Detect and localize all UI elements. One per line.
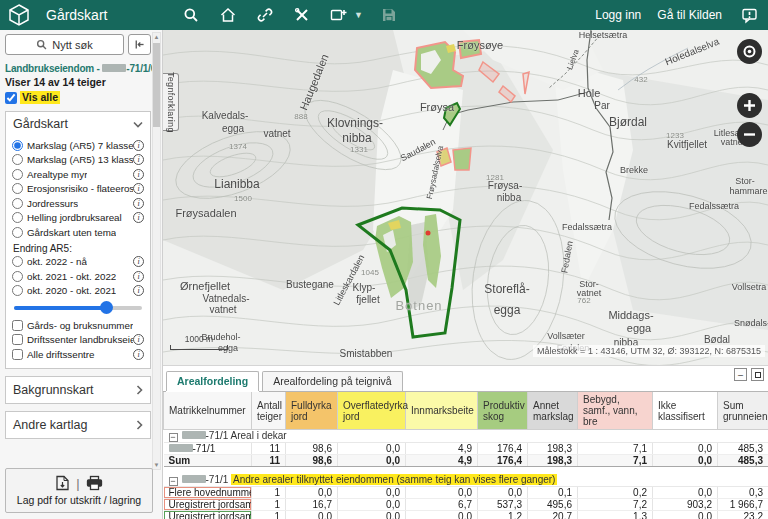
group-header-row[interactable]: −-71/1 Areal i dekar (164, 430, 768, 443)
value-cell: 0,0 (338, 455, 406, 467)
app-title: Gårdskart (46, 7, 107, 23)
sidebar-scrollbar[interactable]: ▲ ▼ (152, 32, 161, 470)
value-cell: 0,0 (338, 486, 406, 498)
layer-option-row: Alle driftssentrei (12, 347, 144, 362)
theme-option-label: Erosjonsrisiko - flateerosjon (27, 183, 133, 194)
endring-option-radio[interactable] (12, 271, 23, 282)
save-icon[interactable] (378, 4, 400, 26)
bakgrunnskart-header[interactable]: Bakgrunnskart (6, 377, 150, 403)
info-icon[interactable]: i (133, 349, 144, 360)
group-header-row[interactable]: −-71/1 Andre arealer tilknyttet eiendomm… (164, 474, 768, 487)
value-cell: 495,6 (528, 498, 578, 510)
theme-option-radio[interactable] (12, 169, 23, 180)
layer-option-checkbox[interactable] (12, 334, 23, 345)
printer-icon (86, 475, 103, 491)
tools-icon[interactable] (291, 4, 313, 26)
theme-option-label: Markslag (AR5) 13 klasser (27, 154, 133, 165)
ar5-year-slider[interactable] (14, 301, 142, 314)
login-link[interactable]: Logg inn (595, 8, 641, 22)
row-label-cell: Uregistrert jordsameie (164, 510, 252, 519)
zoom-in-button[interactable] (737, 93, 762, 118)
info-icon[interactable]: i (133, 256, 144, 267)
gardskart-panel-header[interactable]: Gårdskart (6, 112, 150, 136)
top-bar: Gårdskart ▼ Logg inn Gå til Kilden (0, 0, 768, 30)
home-icon[interactable] (217, 4, 239, 26)
tab-arealfordeling[interactable]: Arealfordeling (166, 371, 259, 391)
layer-option-checkbox[interactable] (12, 320, 23, 331)
column-header: Fulldyrka jord (286, 392, 338, 430)
endring-option-row: okt. 2020 - okt. 2021i (12, 284, 144, 299)
theme-option-radio[interactable] (12, 227, 23, 238)
value-cell: 0,0 (286, 486, 338, 498)
theme-option-radio[interactable] (12, 183, 23, 194)
scroll-up-icon[interactable]: ▲ (153, 33, 160, 41)
info-icon[interactable]: i (133, 183, 144, 194)
collapse-icon[interactable]: − (169, 433, 178, 442)
sum-row: Sum1198,60,04,9176,4198,37,10,0485,3 (164, 455, 768, 467)
new-search-button[interactable]: Nytt søk (5, 34, 124, 55)
info-icon[interactable]: i (133, 154, 144, 165)
info-icon[interactable]: i (133, 169, 144, 180)
vis-alle-checkbox[interactable] (5, 92, 17, 104)
layer-option-checkbox[interactable] (12, 349, 23, 360)
value-cell: 11 (252, 455, 286, 467)
info-icon[interactable]: i (133, 334, 144, 345)
property-id: Landbrukseiendom - -71/1/0 (5, 62, 151, 75)
search-icon[interactable] (180, 4, 202, 26)
minimize-panel-button[interactable]: – (734, 368, 747, 381)
scrollbar-thumb[interactable] (153, 43, 160, 127)
table-row: Uregistrert jordsameie10,00,00,01,220,71… (164, 510, 768, 519)
value-cell: 0,0 (406, 510, 478, 519)
row-label-cell: Uregistrert jordsameie (164, 498, 252, 510)
table-row: -71/11198,60,04,9176,4198,37,10,0485,3 (164, 443, 768, 455)
value-cell: 1 (252, 486, 286, 498)
collapse-sidebar-button[interactable] (128, 34, 151, 55)
info-icon[interactable]: i (133, 198, 144, 209)
theme-option-row: Gårdskart uten tema (12, 225, 144, 240)
redacted-number (182, 431, 206, 439)
scroll-down-icon[interactable]: ▼ (153, 461, 160, 469)
layer-option-label: Alle driftssentre (27, 349, 95, 360)
value-cell: 485,3 (718, 443, 768, 455)
column-header: Produktiv skog (478, 392, 528, 430)
map-scalebar: 1000 m (170, 334, 228, 350)
slider-thumb[interactable] (100, 301, 113, 314)
theme-option-radio[interactable] (12, 198, 23, 209)
zoom-out-button[interactable] (737, 122, 762, 147)
add-window-caret-icon[interactable]: ▼ (354, 10, 363, 20)
theme-option-radio[interactable] (12, 140, 23, 151)
endring-option-row: okt. 2022 - nåi (12, 255, 144, 270)
endring-option-radio[interactable] (12, 285, 23, 296)
tab-arealfordeling-teignivaa[interactable]: Arealfordeling på teignivå (262, 371, 403, 391)
layer-option-label: Driftssenter landbrukseiendom (27, 334, 133, 345)
endring-option: okt. 2021 - okt. 2022 (12, 271, 116, 282)
column-header: Bebygd, samf., vann, bre (578, 392, 653, 430)
collapse-icon[interactable]: − (169, 477, 178, 486)
theme-option-radio[interactable] (12, 212, 23, 223)
feedback-icon[interactable] (738, 4, 760, 26)
maximize-icon (755, 372, 761, 378)
value-cell: 0,0 (653, 443, 718, 455)
legend-tab[interactable]: Tegnforklaring (163, 73, 179, 131)
link-icon[interactable] (254, 4, 276, 26)
andre-kartlag-header[interactable]: Andre kartlag (6, 412, 150, 438)
value-cell: 0,0 (286, 510, 338, 519)
locate-button[interactable] (737, 39, 762, 64)
create-pdf-button[interactable]: | Lag pdf for utskrift / lagring (5, 468, 153, 513)
info-icon[interactable]: i (133, 212, 144, 223)
kilden-link[interactable]: Gå til Kilden (657, 8, 722, 22)
theme-option: Arealtype myr (12, 169, 87, 180)
sum-label-cell: Sum (164, 455, 252, 467)
theme-option: Markslag (AR5) 7 klasser (12, 140, 133, 151)
nibio-logo-icon[interactable] (8, 4, 30, 30)
info-icon[interactable]: i (133, 271, 144, 282)
theme-option-radio[interactable] (12, 154, 23, 165)
info-icon[interactable]: i (133, 140, 144, 151)
theme-option-row: Markslag (AR5) 7 klasseri (12, 138, 144, 153)
value-cell: 0,1 (528, 486, 578, 498)
add-window-icon[interactable] (328, 4, 350, 26)
info-icon[interactable]: i (133, 285, 144, 296)
maximize-panel-button[interactable] (751, 368, 764, 381)
endring-option-radio[interactable] (12, 256, 23, 267)
map-canvas[interactable]: FrøysøyeHelsetsætraHoledalselvaLielvaHau… (163, 30, 768, 365)
